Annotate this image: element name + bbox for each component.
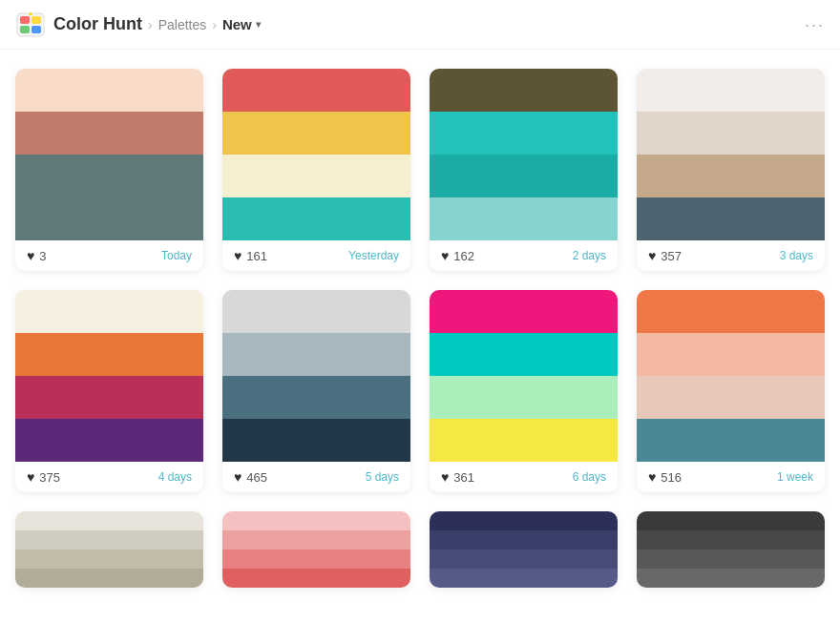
palette-likes[interactable]: ♥ 3	[27, 248, 47, 263]
palette-time: 5 days	[366, 470, 399, 484]
color-swatch	[637, 333, 825, 376]
color-swatch	[637, 376, 825, 419]
color-swatch	[637, 530, 825, 549]
palette-card[interactable]: ♥ 1622 days	[430, 69, 618, 271]
palette-likes[interactable]: ♥ 375	[27, 469, 60, 485]
color-swatch	[430, 197, 618, 240]
palette-likes[interactable]: ♥ 161	[234, 248, 267, 263]
palette-grid: ♥ 3Today♥ 161Yesterday♥ 1622 days♥ 3573 …	[0, 50, 840, 607]
likes-count: 3	[39, 249, 46, 263]
palette-swatches	[637, 511, 825, 588]
svg-rect-2	[32, 16, 41, 24]
likes-count: 162	[453, 249, 474, 263]
palette-swatches	[15, 511, 203, 588]
palette-card[interactable]: ♥ 3573 days	[637, 69, 825, 271]
main-header: Color Hunt › Palettes › New ▾ ···	[0, 0, 840, 50]
palette-footer: ♥ 5161 week	[637, 462, 825, 492]
color-swatch	[15, 290, 203, 333]
palette-card[interactable]	[222, 511, 410, 588]
color-swatch	[430, 290, 618, 333]
color-swatch	[430, 69, 618, 112]
nav-current-label: New	[222, 16, 252, 32]
svg-rect-1	[20, 16, 30, 24]
heart-icon: ♥	[234, 248, 242, 263]
palette-card[interactable]: ♥ 3616 days	[430, 290, 618, 492]
palette-card[interactable]: ♥ 4655 days	[222, 290, 410, 492]
palette-card[interactable]	[430, 511, 618, 588]
palette-time: Yesterday	[348, 249, 399, 262]
color-swatch	[15, 419, 203, 462]
palette-time: 6 days	[573, 470, 606, 484]
palette-swatches	[222, 511, 410, 588]
likes-count: 375	[39, 470, 60, 485]
palette-card[interactable]	[15, 511, 203, 588]
heart-icon: ♥	[234, 469, 242, 485]
palette-likes[interactable]: ♥ 361	[441, 469, 474, 485]
color-swatch	[637, 290, 825, 333]
palette-footer: ♥ 3754 days	[15, 462, 203, 492]
palette-card[interactable]: ♥ 3754 days	[15, 290, 203, 492]
color-swatch	[15, 569, 203, 588]
heart-icon: ♥	[441, 469, 449, 485]
color-swatch	[430, 155, 618, 197]
palette-swatches	[15, 69, 203, 240]
more-options-button[interactable]: ···	[805, 14, 825, 34]
color-swatch	[430, 549, 618, 569]
palette-footer: ♥ 4655 days	[222, 462, 410, 492]
color-swatch	[430, 511, 618, 530]
palette-likes[interactable]: ♥ 516	[648, 469, 682, 485]
color-swatch	[430, 376, 618, 419]
heart-icon: ♥	[441, 248, 449, 263]
logo-area[interactable]: Color Hunt	[15, 10, 142, 40]
color-swatch	[15, 112, 203, 155]
color-swatch	[222, 419, 410, 462]
color-swatch	[430, 419, 618, 462]
color-swatch	[222, 290, 410, 333]
color-swatch	[637, 112, 825, 155]
palette-likes[interactable]: ♥ 162	[441, 248, 474, 263]
main-content: ♥ 3Today♥ 161Yesterday♥ 1622 days♥ 3573 …	[0, 50, 840, 607]
color-swatch	[637, 511, 825, 530]
nav-separator: ›	[148, 17, 153, 32]
color-swatch	[637, 569, 825, 588]
heart-icon: ♥	[648, 248, 656, 263]
color-swatch	[15, 197, 203, 240]
color-swatch	[222, 549, 410, 569]
palette-swatches	[637, 69, 825, 240]
palette-swatches	[430, 511, 618, 588]
likes-count: 161	[246, 249, 267, 263]
palette-card[interactable]: ♥ 161Yesterday	[222, 69, 410, 271]
likes-count: 361	[453, 470, 474, 485]
palette-card[interactable]: ♥ 3Today	[15, 69, 203, 271]
color-swatch	[637, 419, 825, 462]
palette-card[interactable]: ♥ 5161 week	[637, 290, 825, 492]
palette-likes[interactable]: ♥ 465	[234, 469, 267, 485]
logo-text: Color Hunt	[53, 14, 142, 34]
chevron-down-icon: ▾	[256, 19, 261, 30]
palette-time: Today	[161, 249, 192, 262]
nav-palettes-link[interactable]: Palettes	[158, 17, 207, 32]
logo-icon	[15, 10, 46, 40]
color-swatch	[222, 376, 410, 419]
palette-footer: ♥ 3616 days	[430, 462, 618, 492]
heart-icon: ♥	[27, 469, 34, 485]
heart-icon: ♥	[648, 469, 656, 485]
palette-swatches	[637, 290, 825, 462]
likes-count: 516	[661, 470, 682, 485]
color-swatch	[222, 511, 410, 530]
svg-rect-4	[32, 26, 41, 33]
color-swatch	[430, 569, 618, 588]
nav-current-dropdown[interactable]: New ▾	[222, 16, 261, 32]
color-swatch	[222, 197, 410, 240]
palette-footer: ♥ 161Yesterday	[222, 240, 410, 271]
palette-swatches	[430, 69, 618, 240]
palette-time: 1 week	[777, 470, 813, 484]
palette-likes[interactable]: ♥ 357	[648, 248, 682, 263]
color-swatch	[637, 197, 825, 240]
palette-swatches	[222, 69, 410, 240]
palette-footer: ♥ 1622 days	[430, 240, 618, 271]
palette-time: 2 days	[573, 249, 606, 262]
palette-card[interactable]	[637, 511, 825, 588]
heart-icon: ♥	[27, 248, 34, 263]
color-swatch	[15, 155, 203, 197]
